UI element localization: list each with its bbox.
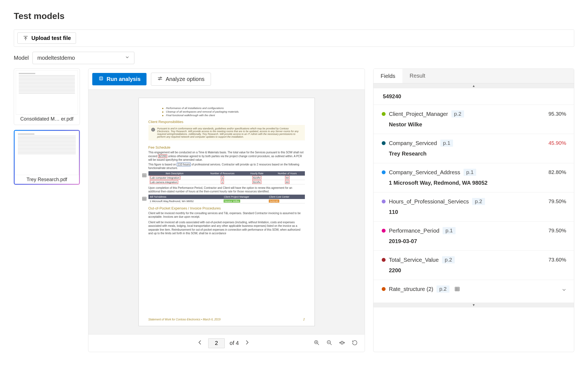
field-page-badge: p.2 [451, 110, 464, 118]
tab-result[interactable]: Result [402, 69, 432, 83]
svg-rect-8 [142, 174, 146, 177]
field-color-dot [382, 200, 386, 203]
doc-heading: Fee Schedule [148, 145, 305, 149]
doc-paragraph: This engagement will be conducted on a T… [148, 151, 305, 162]
field-page-badge: p.1 [443, 227, 455, 234]
field-value: 2019-03-07 [389, 238, 566, 244]
thumbnail-name: Trey Research.pdf [15, 177, 79, 182]
analyze-options-button[interactable]: Analyze options [151, 73, 211, 86]
field-page-badge: p.2 [437, 285, 449, 293]
prev-page-button[interactable] [197, 339, 203, 347]
field-confidence: 95.30% [549, 111, 566, 117]
doc-paragraph: Upon completion of this Performance Peri… [148, 186, 305, 194]
svg-rect-26 [455, 287, 459, 291]
document-viewer: Run analysis Analyze options Performance… [88, 69, 365, 352]
field-color-dot [382, 141, 386, 145]
doc-footer-right: 2 [303, 318, 305, 321]
field-item[interactable]: Total_Service_Valuep.273.60%2200 [373, 250, 574, 280]
rate-table: Item Description Number of Resources Hou… [148, 171, 305, 184]
field-name: Total_Service_Value [389, 257, 439, 263]
doc-bullet: Cleanup of all workspaces and removal of… [162, 110, 305, 113]
field-item[interactable]: Company_Serviced_Addressp.182.80%1 Micro… [373, 163, 574, 192]
thumbnail-item[interactable]: Trey Research.pdf [14, 130, 80, 185]
page-title: Test models [14, 11, 574, 21]
viewer-toolbar: Run analysis Analyze options [88, 69, 365, 90]
sliders-icon [157, 76, 163, 83]
rotate-icon[interactable] [351, 339, 358, 347]
field-item[interactable]: Performance_Periodp.179.50%2019-03-07 [373, 221, 574, 250]
model-select[interactable]: modeltestdemo [32, 52, 134, 64]
top-bar: Upload test file [14, 29, 574, 47]
page-of-label: of 4 [230, 340, 239, 346]
tabs: Fields Result [373, 69, 574, 83]
results-panel: Fields Result ▲ 549240 Client_Project_Ma… [373, 69, 574, 352]
doc-heading: Client Responsibilities [148, 120, 305, 124]
field-item[interactable]: Rate_structure (2) p.2 [373, 280, 574, 303]
field-color-dot [382, 229, 386, 233]
pager: of 4 [197, 338, 250, 348]
field-item[interactable]: Hours_of_Professional_Serviecsp.279.50%1… [373, 192, 574, 221]
field-name: Performance_Period [389, 228, 439, 234]
field-confidence: 79.50% [549, 198, 566, 205]
scroll-up-icon[interactable]: ▲ [373, 83, 574, 88]
doc-bullet: Performance of all installations and con… [162, 106, 305, 110]
field-confidence: 73.60% [549, 257, 566, 263]
viewer-canvas[interactable]: Performance of all installations and con… [88, 90, 365, 334]
field-item[interactable]: Client_Project_Managerp.295.30%Nestor Wi… [373, 105, 574, 134]
thumbnail-list: Consolidated M… er.pdf Trey Research.pdf [14, 69, 80, 352]
table-icon [454, 286, 460, 292]
tab-fields[interactable]: Fields [373, 69, 402, 83]
doc-paragraph: Client will be invoiced monthly for the … [148, 211, 305, 219]
table-icon [142, 196, 147, 201]
scroll-down-icon[interactable]: ▼ [373, 303, 574, 307]
svg-rect-1 [99, 77, 103, 80]
model-label: Model [14, 55, 29, 61]
chevron-down-icon[interactable] [561, 287, 567, 294]
field-color-dot [382, 258, 386, 262]
field-page-badge: p.2 [472, 198, 485, 205]
highlight-pm: Nestor Wilke [224, 200, 240, 203]
field-page-badge: p.1 [440, 140, 453, 147]
page-input[interactable] [208, 338, 225, 348]
field-confidence: 79.50% [549, 228, 566, 234]
chevron-down-icon [125, 55, 130, 61]
upload-test-file-button[interactable]: Upload test file [17, 32, 76, 44]
field-confidence: 45.90% [549, 140, 566, 146]
info-icon: i [151, 128, 155, 132]
svg-line-19 [318, 344, 319, 345]
run-analysis-button[interactable]: Run analysis [92, 73, 147, 85]
field-name: Rate_structure (2) [389, 286, 433, 292]
svg-rect-13 [142, 197, 146, 200]
highlight-hours: 110 hours [177, 163, 191, 166]
bill-table: Bill To/Address Client Project Manager C… [148, 195, 305, 203]
viewer-footer: of 4 [88, 334, 365, 352]
doc-footer-left: Statement of Work for Contoso Electronic… [148, 318, 221, 321]
next-page-button[interactable] [244, 339, 250, 347]
field-name: Company_Serviced_Address [389, 169, 460, 176]
fields-body[interactable]: ▲ 549240 Client_Project_Managerp.295.30%… [373, 83, 574, 352]
analysis-icon [98, 76, 104, 83]
thumbnail-preview [16, 70, 78, 115]
doc-paragraph: This figure is based on 110 hours of pro… [148, 163, 305, 170]
svg-line-23 [330, 344, 332, 345]
thumbnail-item[interactable]: Consolidated M… er.pdf [14, 69, 80, 125]
table-icon [142, 173, 147, 178]
doc-heading: Out-of-Pocket Expenses / Invoice Procedu… [148, 206, 305, 210]
field-value: 1 Microsoft Way, Redmond, WA 98052 [389, 180, 566, 186]
doc-paragraph: Client will be invoiced all costs associ… [148, 220, 305, 235]
zoom-in-icon[interactable] [313, 339, 320, 347]
field-name: Company_Serviced [389, 140, 437, 146]
zoom-out-icon[interactable] [326, 339, 333, 347]
field-confidence: 82.80% [549, 169, 566, 175]
thumbnail-name: Consolidated M… er.pdf [16, 116, 78, 122]
svg-point-7 [159, 79, 160, 80]
field-color-dot [382, 287, 386, 291]
svg-rect-25 [341, 341, 343, 344]
field-item[interactable]: Company_Servicedp.145.90%Trey Research [373, 134, 574, 163]
run-analysis-label: Run analysis [107, 76, 140, 82]
field-value: Nestor Wilke [389, 121, 566, 128]
thumbnail-preview [15, 131, 79, 175]
field-page-badge: p.2 [442, 256, 455, 263]
field-color-dot [382, 112, 386, 116]
fit-width-icon[interactable] [339, 339, 345, 347]
